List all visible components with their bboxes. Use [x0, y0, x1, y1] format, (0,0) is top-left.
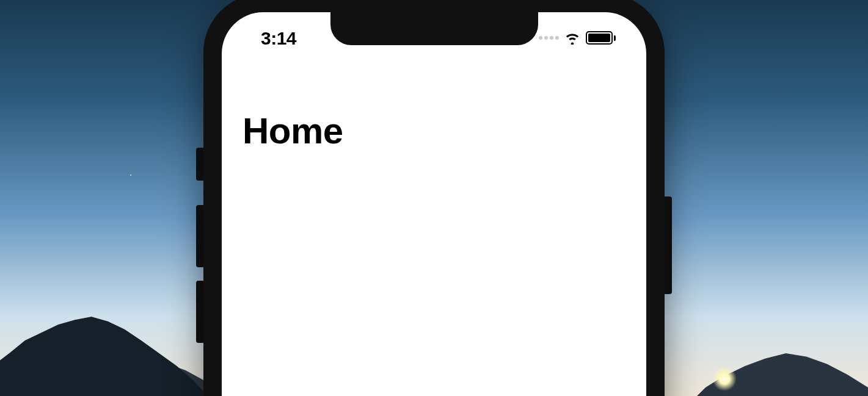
signal-dots-icon	[539, 36, 559, 40]
wifi-icon	[564, 31, 581, 45]
background-mountain	[697, 353, 868, 396]
device-notch	[330, 12, 538, 45]
background-mountain	[0, 317, 208, 396]
battery-icon	[586, 31, 616, 45]
navigation-bar: Home	[243, 110, 625, 152]
status-bar-right-cluster	[539, 31, 616, 45]
phone-power-button	[663, 196, 672, 294]
device-screen: 3:14 Home	[222, 12, 646, 396]
page-title: Home	[243, 110, 625, 152]
device-frame: 3:14 Home	[203, 0, 665, 396]
background-star	[130, 175, 131, 176]
status-bar-time: 3:14	[261, 28, 296, 49]
